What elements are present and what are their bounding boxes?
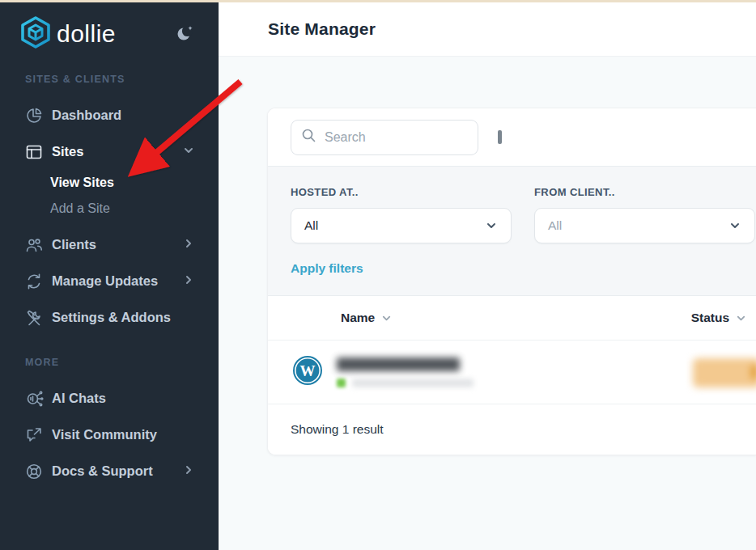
results-footer: Showing 1 result [268,404,756,455]
sidebar-item-label: Settings & Addons [52,310,171,325]
blurred-site-title [337,358,460,371]
page-header: Site Manager [219,2,756,57]
hosted-at-value: All [304,218,318,233]
blurred-status-badge [693,358,756,387]
site-name-redacted [337,358,474,387]
column-header-name[interactable]: Name [341,311,392,325]
sidebar-item-label: Manage Updates [52,273,158,289]
sites-submenu: View Sites Add a Site [0,170,219,222]
users-icon [24,235,44,255]
dollie-hexagon-icon [21,16,50,52]
dark-mode-toggle[interactable] [173,22,196,47]
search-input[interactable] [325,130,454,145]
wordpress-logo-icon: W [292,355,323,389]
page-title: Site Manager [268,19,376,39]
sidebar-subitem-view-sites[interactable]: View Sites [0,170,219,196]
sidebar-nav-more: AI Chats Visit Community [0,380,219,489]
sidebar-subitem-label: Add a Site [50,201,110,216]
window-icon [24,142,44,162]
sidebar-item-dashboard[interactable]: Dashboard [0,97,219,133]
main-content: Site Manager [219,2,756,550]
from-client-value: All [548,218,562,233]
apply-filters-link[interactable]: Apply filters [291,261,363,276]
page-body: HOSTED AT.. All FROM CLIENT.. All [219,57,756,455]
sidebar-subitem-label: View Sites [50,176,114,190]
table-header: Name Status [268,296,756,341]
columns-toggle-button[interactable] [495,127,505,147]
filters-section: HOSTED AT.. All FROM CLIENT.. All [268,166,756,296]
chevron-down-icon [183,144,194,159]
sidebar-item-docs-support[interactable]: Docs & Support [0,453,219,489]
sidebar-item-label: Docs & Support [52,463,153,479]
chevron-down-icon [728,219,741,232]
app-window: dollie SITES & CLIENTS [0,0,756,550]
sidebar-item-sites[interactable]: Sites [0,133,219,170]
sidebar-item-manage-updates[interactable]: Manage Updates [0,263,219,299]
sidebar: dollie SITES & CLIENTS [0,2,219,550]
columns-icon [498,130,502,144]
svg-text:W: W [300,362,316,379]
chevron-right-icon [183,463,194,479]
status-dot-icon [337,379,346,387]
sidebar-item-label: AI Chats [52,391,106,406]
top-accent-strip [0,0,756,2]
section-label-more: MORE [0,336,219,368]
tools-icon [24,308,44,328]
brand-name: dollie [57,20,116,48]
blurred-site-url [337,379,474,387]
hosted-at-select[interactable]: All [291,208,512,243]
moon-icon [175,33,194,45]
from-client-select[interactable]: All [534,208,755,243]
sidebar-header: dollie [0,2,219,53]
chevron-right-icon [183,237,194,252]
from-client-label: FROM CLIENT.. [534,186,755,198]
chevron-down-icon [485,219,498,232]
sidebar-item-label: Clients [52,237,96,252]
blurred-url-bar [352,379,474,387]
ai-brain-icon [24,389,44,408]
pie-chart-icon [24,106,44,125]
chevron-right-icon [183,273,194,289]
status-column-label: Status [691,311,729,325]
name-column-label: Name [341,311,375,325]
sidebar-item-label: Dashboard [52,108,121,123]
search-toolbar [268,108,756,166]
sidebar-subitem-add-a-site[interactable]: Add a Site [0,196,219,222]
sidebar-item-clients[interactable]: Clients [0,226,219,263]
sidebar-item-visit-community[interactable]: Visit Community [0,417,219,453]
results-count: Showing 1 result [291,422,384,437]
sort-chevron-icon [381,313,392,324]
sync-icon [24,272,44,291]
brand-logo[interactable]: dollie [21,16,116,52]
sidebar-item-label: Visit Community [52,427,157,442]
sidebar-nav-primary: Dashboard Sites View Sites [0,97,219,336]
filter-hosted-at: HOSTED AT.. All [291,186,512,243]
external-chat-icon [24,425,44,445]
search-icon [301,128,316,146]
hosted-at-label: HOSTED AT.. [291,186,512,198]
section-label-sites-clients: SITES & CLIENTS [0,53,219,85]
sites-panel: HOSTED AT.. All FROM CLIENT.. All [267,108,756,455]
column-header-status[interactable]: Status [691,311,756,325]
sort-chevron-icon [736,313,746,324]
sidebar-item-settings-addons[interactable]: Settings & Addons [0,299,219,336]
life-ring-icon [24,462,44,481]
site-row[interactable]: W [268,341,756,404]
filter-from-client: FROM CLIENT.. All [534,186,755,243]
search-box [291,120,478,155]
sidebar-item-ai-chats[interactable]: AI Chats [0,380,219,417]
sidebar-item-label: Sites [52,144,83,159]
